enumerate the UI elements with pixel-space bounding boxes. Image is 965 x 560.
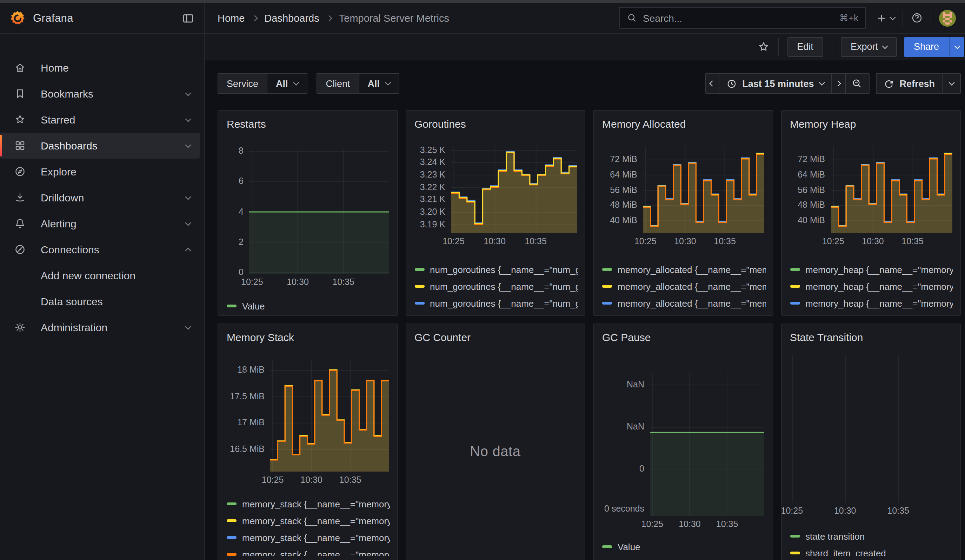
share-button[interactable]: Share: [904, 37, 949, 57]
sidebar-item-connections[interactable]: Connections: [0, 237, 200, 263]
sidebar-item-starred[interactable]: Starred: [0, 107, 200, 132]
legend-item[interactable]: shard_item_created: [788, 545, 953, 556]
sidebar-item-bookmarks[interactable]: Bookmarks: [0, 81, 200, 107]
panel-goroutines: Goroutines 3.25 K3.24 K3.23 K3.22 K3.21 …: [405, 110, 585, 316]
search-input[interactable]: Search... ⌘+k: [619, 7, 866, 29]
chevron-down-icon: [185, 323, 191, 330]
chart-plot-area[interactable]: [643, 146, 764, 233]
sidebar-collapse-icon[interactable]: [182, 11, 195, 24]
y-axis-tick: 3.20 K: [413, 207, 445, 217]
time-range-picker[interactable]: Last 15 minutes: [719, 73, 831, 94]
breadcrumb-chevron-icon: [327, 16, 331, 20]
legend-series-marker: [227, 553, 237, 556]
help-icon[interactable]: [911, 12, 923, 24]
legend-series-label: memory_stack {__name__="memory_s: [242, 549, 390, 556]
time-shift-forward-button[interactable]: [831, 73, 846, 94]
breadcrumb-home[interactable]: Home: [218, 12, 245, 23]
filter-label: Service: [218, 73, 267, 93]
filter-value-dropdown[interactable]: All: [267, 73, 307, 93]
panel-title: GC Counter: [414, 331, 577, 347]
legend-item[interactable]: memory_stack {__name__="memory_s: [225, 495, 390, 512]
legend-item[interactable]: num_goroutines {__name__="num_go: [413, 261, 577, 278]
panel-legend: num_goroutines {__name__="num_gonum_goro…: [413, 261, 577, 309]
chart-plot-area[interactable]: [650, 372, 764, 516]
y-axis-tick: 0: [225, 267, 244, 278]
chart-plot-area[interactable]: [788, 355, 954, 503]
y-axis-tick: 40 MiB: [788, 216, 825, 226]
favorite-star-icon[interactable]: [757, 40, 770, 53]
share-options-caret[interactable]: [949, 37, 964, 57]
legend-series-label: memory_stack {__name__="memory_s: [242, 532, 390, 543]
legend-item[interactable]: memory_allocated {__name__="memc: [601, 295, 765, 309]
legend-item[interactable]: num_goroutines {__name__="num_go: [413, 278, 577, 295]
panel-chart[interactable]: 3.25 K3.24 K3.23 K3.22 K3.21 K3.20 K3.19…: [413, 142, 577, 247]
panel-legend: memory_heap {__name__="memory_hmemory_he…: [788, 261, 953, 309]
legend-item[interactable]: memory_heap {__name__="memory_h: [788, 295, 953, 309]
panel-legend: Value: [601, 538, 765, 556]
gear-icon: [14, 322, 26, 333]
sidebar-item-explore[interactable]: Explore: [0, 158, 200, 184]
legend-item[interactable]: Value: [225, 297, 390, 309]
chevron-down-icon: [882, 43, 888, 49]
y-axis-tick: 0 seconds: [601, 504, 644, 515]
legend-series-marker: [790, 285, 800, 288]
sidebar-item-data-sources[interactable]: Data sources: [0, 289, 200, 314]
legend-series-marker: [602, 545, 612, 548]
x-axis-tick: 10:30: [862, 237, 884, 247]
legend-item[interactable]: memory_allocated {__name__="memc: [601, 278, 765, 295]
panel-chart[interactable]: 72 MiB64 MiB56 MiB48 MiB40 MiB10:2510:30…: [788, 142, 953, 247]
time-zoom-out-button[interactable]: [846, 73, 869, 94]
sidebar-item-administration[interactable]: Administration: [0, 314, 200, 340]
add-new-button[interactable]: [876, 12, 895, 23]
legend-series-marker: [790, 535, 800, 537]
panel-chart[interactable]: 18 MiB17.5 MiB17 MiB16.5 MiB10:2510:3010…: [225, 355, 390, 486]
sidebar-item-label: Bookmarks: [41, 88, 93, 100]
breadcrumb-dashboards[interactable]: Dashboards: [264, 12, 319, 23]
chart-plot-area[interactable]: [451, 146, 577, 233]
legend-item[interactable]: memory_allocated {__name__="memc: [601, 261, 765, 278]
variable-filter-client: ClientAll: [317, 73, 400, 94]
legend-item[interactable]: num_goroutines {__name__="num_go: [413, 295, 577, 309]
panel-chart[interactable]: 72 MiB64 MiB56 MiB48 MiB40 MiB10:2510:30…: [601, 142, 765, 247]
refresh-button[interactable]: Refresh: [875, 73, 942, 94]
legend-series-marker: [414, 285, 424, 288]
sidebar-item-drilldown[interactable]: Drilldown: [0, 184, 200, 211]
search-placeholder: Search...: [643, 12, 682, 23]
sidebar-item-label: Add new connection: [41, 269, 136, 281]
panel-chart[interactable]: 8642010:2510:3010:35: [225, 142, 390, 288]
edit-button[interactable]: Edit: [787, 37, 823, 57]
y-axis-tick: 2: [225, 237, 244, 247]
sidebar-item-add-new-connection[interactable]: Add new connection: [0, 263, 200, 289]
sidebar-item-home[interactable]: Home: [0, 55, 200, 81]
legend-item[interactable]: state transition: [788, 528, 953, 545]
chart-plot-area[interactable]: [270, 359, 389, 472]
time-shift-back-button[interactable]: [705, 73, 719, 94]
export-button[interactable]: Export: [841, 37, 897, 57]
sidebar-item-alerting[interactable]: Alerting: [0, 211, 200, 237]
legend-item[interactable]: memory_stack {__name__="memory_s: [225, 512, 390, 529]
legend-series-label: memory_stack {__name__="memory_s: [242, 499, 390, 509]
legend-item[interactable]: memory_stack {__name__="memory_s: [225, 529, 390, 546]
legend-series-label: memory_allocated {__name__="memc: [618, 298, 765, 309]
panel-chart[interactable]: NaNNaN00 seconds10:2510:3010:35: [601, 355, 765, 530]
legend-series-marker: [227, 503, 237, 505]
home-icon: [14, 62, 26, 73]
refresh-interval-caret[interactable]: [942, 73, 961, 94]
x-axis-tick: 10:25: [635, 237, 657, 247]
legend-item[interactable]: memory_heap {__name__="memory_h: [788, 261, 953, 278]
legend-item[interactable]: memory_heap {__name__="memory_h: [788, 278, 953, 295]
panel-title: Goroutines: [414, 118, 577, 133]
chart-plot-area[interactable]: [249, 150, 389, 274]
sidebar-item-dashboards[interactable]: Dashboards: [0, 132, 200, 158]
chart-plot-area[interactable]: [831, 146, 952, 233]
panel-chart[interactable]: 10:2510:3010:35: [788, 355, 953, 516]
x-axis-tick: 10:25: [822, 237, 844, 247]
panel-title: Restarts: [227, 118, 390, 133]
user-avatar[interactable]: [939, 10, 956, 26]
legend-item[interactable]: Value: [601, 538, 765, 555]
filter-value-dropdown[interactable]: All: [359, 73, 399, 93]
variable-filter-service: ServiceAll: [218, 73, 308, 94]
legend-item[interactable]: memory_stack {__name__="memory_s: [225, 546, 390, 556]
y-axis-tick: 17 MiB: [225, 418, 265, 428]
header-brand-section: Grafana: [0, 3, 205, 33]
